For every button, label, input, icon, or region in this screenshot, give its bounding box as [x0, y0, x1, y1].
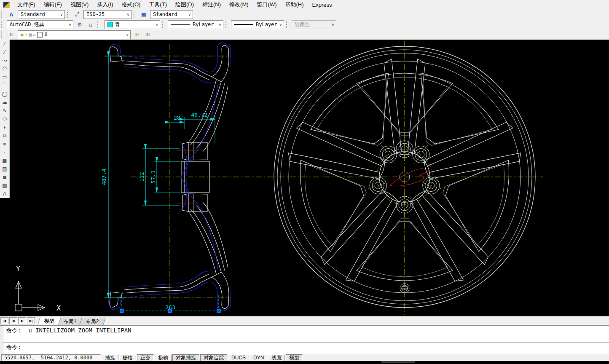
plot-style-combo: 随颜色 ∨	[292, 20, 336, 29]
spline-tool[interactable]: ∿	[0, 106, 9, 115]
layer-unlock-icon[interactable]: ⊙	[33, 32, 36, 37]
lineweight-toggle[interactable]: 线宽	[268, 354, 285, 361]
dimension-lines[interactable]	[105, 56, 215, 298]
ellipse-arc-tool[interactable]: ◗	[0, 123, 9, 131]
line-tool[interactable]: ∕	[0, 40, 9, 48]
centerlines	[105, 41, 543, 315]
dim-style-icon[interactable]: ⤢	[72, 10, 82, 19]
otrack-toggle[interactable]: 对象追踪	[200, 354, 227, 361]
polar-toggle[interactable]: 极轴	[155, 354, 172, 361]
ducs-toggle[interactable]: DUCS	[228, 354, 249, 361]
command-history[interactable]: 命令: _u INTELLIZOOM ZOOM INTELLIPAN	[3, 326, 609, 343]
text-style-combo[interactable]: Standard ∨	[18, 10, 65, 19]
menu-edit[interactable]: 编辑(E)	[40, 0, 66, 9]
menu-express[interactable]: Express	[309, 1, 336, 9]
mtext-tool[interactable]: A	[0, 190, 9, 198]
toolbar-grip[interactable]	[134, 11, 137, 18]
draw-toolbar: ∕ ⁄ ↝ ⬠ ▭ ⌒ ◯ ☁ ∿ ⬭ ◗ ⧉ ⧇ · ▩ ▨ ◙ ▦ A	[0, 40, 10, 198]
ortho-toggle[interactable]: 正交	[137, 354, 154, 361]
table-style-icon[interactable]: ▦	[139, 10, 148, 19]
osnap-toggle[interactable]: 对象捕捉	[172, 354, 199, 361]
dim-4072-text: 40.72	[191, 112, 207, 118]
gradient-tool[interactable]: ▨	[0, 165, 9, 173]
layers-toolbar: ≋ ● ☀ ▤ ⊙ 0 ∨ ≋ ≋	[0, 29, 609, 40]
dim-style-combo[interactable]: ISO-25 ∨	[83, 10, 131, 19]
tab-first-button[interactable]: |◀	[0, 317, 8, 324]
tab-layout1-label: 布局1	[64, 318, 77, 325]
layer-thaw-icon[interactable]: ☀	[25, 32, 28, 37]
linetype-sample	[171, 24, 190, 25]
menu-draw[interactable]: 绘图(D)	[172, 0, 198, 9]
menu-bar: 文件(F) 编辑(E) 视图(V) 插入(I) 格式(O) 工具(T) 绘图(D…	[0, 0, 609, 10]
plot-style-value: 随颜色	[295, 21, 331, 28]
construction-line-tool[interactable]: ⁄	[0, 48, 9, 56]
menu-insert[interactable]: 插入(I)	[93, 0, 117, 9]
menu-dimension[interactable]: 标注(N)	[199, 0, 225, 9]
toolbar-grip[interactable]	[1, 11, 4, 18]
drawing-canvas[interactable]: 487.4 112 57.1 28 40.72 263	[0, 40, 609, 316]
ellipse-tool[interactable]: ⬭	[0, 115, 9, 123]
tab-next-button[interactable]: ▶	[18, 317, 26, 324]
text-style-value: Standard	[21, 11, 59, 17]
toolbar-grip[interactable]	[225, 21, 228, 28]
tab-model-label: 模型	[44, 318, 54, 325]
chevron-down-icon: ∨	[126, 12, 130, 17]
snap-toggle[interactable]: 捕捉	[102, 354, 118, 361]
make-layer-current-icon[interactable]: ≋	[132, 30, 142, 39]
tab-model[interactable]: 模型	[38, 317, 61, 325]
command-window-grip[interactable]	[0, 326, 3, 355]
tab-last-button[interactable]: ▶|	[27, 317, 35, 324]
table-style-combo[interactable]: Standard ∨	[150, 10, 193, 19]
toolbar-grip[interactable]	[97, 21, 100, 28]
toolbar-grip[interactable]	[1, 31, 4, 38]
menu-format[interactable]: 格式(O)	[118, 0, 145, 9]
menu-file[interactable]: 文件(F)	[13, 0, 39, 9]
save-workspace-icon[interactable]: ⌂	[86, 20, 95, 29]
hatch-tool[interactable]: ▩	[0, 156, 9, 165]
menu-tools[interactable]: 工具(T)	[145, 0, 171, 9]
polygon-tool[interactable]: ⬠	[0, 64, 9, 73]
app-logo-icon[interactable]	[3, 2, 10, 8]
toolbar-grip[interactable]	[1, 21, 4, 28]
menu-modify[interactable]: 修改(M)	[225, 0, 252, 9]
point-tool[interactable]: ·	[0, 148, 9, 156]
color-combo[interactable]: 青 ∨	[105, 20, 160, 29]
layer-properties-icon[interactable]: ≋	[7, 30, 16, 39]
arc-tool[interactable]: ⌒	[0, 81, 9, 90]
lineweight-combo[interactable]: ByLayer ∨	[231, 20, 284, 29]
insert-block-tool[interactable]: ⧉	[0, 131, 9, 140]
layer-on-icon[interactable]: ●	[21, 32, 24, 37]
drawing-svg: 487.4 112 57.1 28 40.72 263	[0, 40, 609, 316]
styles-toolbar: A Standard ∨ ⤢ ISO-25 ∨ ▦ Standard ∨	[0, 9, 609, 20]
coordinate-display[interactable]: 5520.0657, -5104.2412, 0.0000	[1, 354, 101, 361]
toolbar-grip[interactable]	[67, 11, 70, 18]
menu-help[interactable]: 帮助(H)	[282, 0, 308, 9]
layer-previous-icon[interactable]: ≋	[143, 30, 153, 39]
grid-toggle[interactable]: 栅格	[119, 354, 136, 361]
menu-view[interactable]: 视图(V)	[67, 0, 92, 9]
menu-window[interactable]: 窗口(W)	[253, 0, 281, 9]
tab-layout2[interactable]: 布局2	[79, 318, 106, 325]
tab-layout2-label: 布局2	[86, 318, 99, 325]
make-block-tool[interactable]: ⧇	[0, 140, 9, 148]
rectangle-tool[interactable]: ▭	[0, 73, 9, 81]
layer-combo[interactable]: ● ☀ ▤ ⊙ 0 ∨	[18, 30, 131, 39]
command-input[interactable]: 命令:	[3, 343, 609, 355]
workspace-combo[interactable]: AutoCAD 经典 ∨	[7, 20, 73, 29]
linetype-combo[interactable]: ByLayer ∨	[168, 20, 223, 29]
revision-cloud-tool[interactable]: ☁	[0, 98, 9, 107]
layer-plot-icon[interactable]: ▤	[29, 32, 32, 37]
toolbar-grip[interactable]	[286, 21, 289, 28]
polyline-tool[interactable]: ↝	[0, 56, 9, 65]
chevron-down-icon: ∨	[188, 12, 192, 17]
dyn-toggle[interactable]: DYN	[250, 354, 267, 361]
toolbar-grip[interactable]	[162, 21, 165, 28]
region-tool[interactable]: ◙	[0, 173, 9, 182]
text-style-icon[interactable]: A	[7, 10, 16, 19]
circle-tool[interactable]: ◯	[0, 90, 9, 98]
chevron-down-icon: ∨	[331, 22, 335, 27]
tab-prev-button[interactable]: ◀	[9, 317, 17, 324]
workspace-settings-icon[interactable]: ⚙	[75, 20, 84, 29]
model-space-toggle[interactable]: 模型	[286, 354, 303, 361]
table-tool[interactable]: ▦	[0, 182, 9, 190]
